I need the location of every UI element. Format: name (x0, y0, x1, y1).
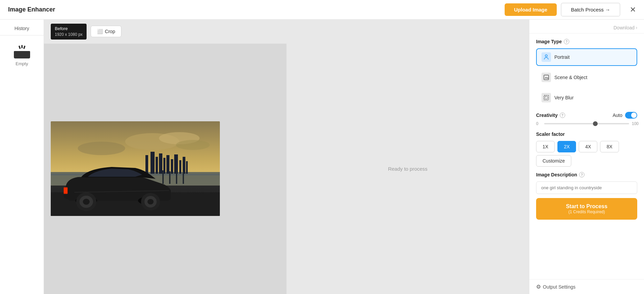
right-panel-header: Download › (529, 20, 644, 33)
svg-rect-37 (545, 96, 548, 99)
image-dimensions: 1920 x 1080 px (55, 32, 83, 38)
sidebar: History Empty (0, 20, 44, 294)
inbox-tray (14, 51, 30, 58)
svg-rect-12 (166, 155, 169, 174)
before-panel (44, 44, 286, 294)
right-panel: Download › Image Type ? Portrait (529, 20, 644, 294)
image-type-info-icon[interactable]: ? (564, 39, 569, 44)
gear-icon: ⚙ (536, 284, 541, 290)
app-title: Image Enhancer (8, 6, 55, 13)
customize-button[interactable]: Customize (536, 155, 571, 167)
scale-8x-button[interactable]: 8X (600, 141, 619, 152)
type-scene-object[interactable]: Scene & Object (536, 69, 637, 86)
svg-rect-10 (159, 153, 162, 174)
car-image (51, 121, 220, 216)
creativity-slider-row: 0 100 (536, 121, 637, 126)
svg-rect-9 (156, 157, 158, 174)
slider-max-label: 100 (632, 121, 637, 126)
image-description-section: Image Description ? (536, 172, 637, 194)
portrait-icon (542, 52, 551, 62)
image-area: Ready to process (44, 44, 529, 294)
scaler-label: Scaler factor (536, 131, 637, 137)
start-credits-label: (1 Credits Required) (568, 210, 605, 214)
ready-text: Ready to process (388, 166, 428, 172)
creativity-row: Creativity ? Auto (536, 112, 637, 119)
output-settings-row[interactable]: ⚙ Output Settings (529, 279, 644, 294)
app-header: Image Enhancer Upload Image Batch Proces… (0, 0, 644, 20)
desc-label: Image Description ? (536, 172, 637, 177)
main-layout: History Empty Before 1920 x 1080 px ⬜ (0, 20, 644, 294)
svg-point-34 (545, 55, 547, 57)
svg-rect-19 (169, 171, 170, 184)
sidebar-empty-label: Empty (16, 61, 28, 66)
slider-thumb[interactable] (593, 121, 598, 126)
scale-4x-button[interactable]: 4X (579, 141, 597, 152)
creativity-slider[interactable] (544, 123, 629, 124)
slider-fill (544, 123, 595, 124)
download-button[interactable]: Download › (614, 25, 637, 30)
sidebar-item-history[interactable]: History (0, 20, 44, 35)
chevron-down-icon: › (636, 25, 637, 30)
scene-object-icon (542, 73, 551, 82)
crop-button[interactable]: ⬜ Crop (91, 26, 121, 37)
inbox-icon (14, 45, 30, 58)
crop-icon: ⬜ (97, 29, 103, 34)
main-area: Before 1920 x 1080 px ⬜ Crop (44, 20, 529, 294)
svg-rect-13 (171, 159, 173, 174)
scale-1x-button[interactable]: 1X (536, 141, 555, 152)
desc-info-icon[interactable]: ? (579, 172, 584, 177)
after-panel: Ready to process (286, 44, 529, 294)
start-process-button[interactable]: Start to Process (1 Credits Required) (536, 198, 637, 220)
sidebar-empty-area: Empty (14, 35, 30, 70)
svg-rect-8 (151, 152, 155, 174)
toggle-knob (631, 113, 637, 118)
image-type-section: Image Type ? (536, 39, 637, 44)
inbox-waves (19, 45, 25, 49)
svg-rect-35 (544, 75, 549, 80)
batch-process-button[interactable]: Batch Process → (561, 3, 620, 17)
scaler-buttons: 1X 2X 4X 8X (536, 141, 637, 152)
svg-rect-20 (176, 170, 177, 184)
svg-point-30 (83, 199, 90, 205)
wave-3 (23, 46, 25, 49)
scale-2x-button[interactable]: 2X (557, 141, 576, 152)
auto-toggle: Auto (613, 112, 637, 119)
svg-rect-17 (186, 161, 188, 174)
slider-min-label: 0 (536, 121, 542, 126)
header-actions: Upload Image Batch Process → ✕ (505, 3, 636, 17)
creativity-label: Creativity ? (536, 113, 565, 118)
right-panel-content: Image Type ? Portrait (529, 33, 644, 279)
auto-label: Auto (613, 113, 622, 118)
type-very-blur[interactable]: Very Blur (536, 89, 637, 106)
image-description-input[interactable] (536, 181, 637, 194)
svg-rect-36 (544, 95, 549, 100)
wave-1 (18, 46, 21, 49)
svg-rect-7 (145, 155, 148, 174)
scaler-section: Scaler factor 1X 2X 4X 8X Customize (536, 131, 637, 167)
svg-point-4 (78, 142, 125, 155)
svg-point-3 (176, 140, 210, 150)
type-portrait[interactable]: Portrait (536, 48, 637, 66)
very-blur-icon (542, 93, 551, 102)
svg-point-33 (147, 199, 154, 204)
svg-rect-21 (183, 171, 184, 184)
auto-toggle-switch[interactable] (625, 112, 637, 119)
wave-2 (21, 45, 23, 48)
image-toolbar: Before 1920 x 1080 px ⬜ Crop (44, 20, 529, 44)
svg-rect-25 (64, 188, 67, 193)
close-button[interactable]: ✕ (630, 5, 636, 14)
creativity-info-icon[interactable]: ? (560, 113, 565, 118)
svg-rect-18 (162, 170, 164, 184)
upload-image-button[interactable]: Upload Image (505, 3, 557, 16)
before-badge: Before 1920 x 1080 px (51, 24, 87, 40)
svg-rect-15 (179, 160, 181, 174)
